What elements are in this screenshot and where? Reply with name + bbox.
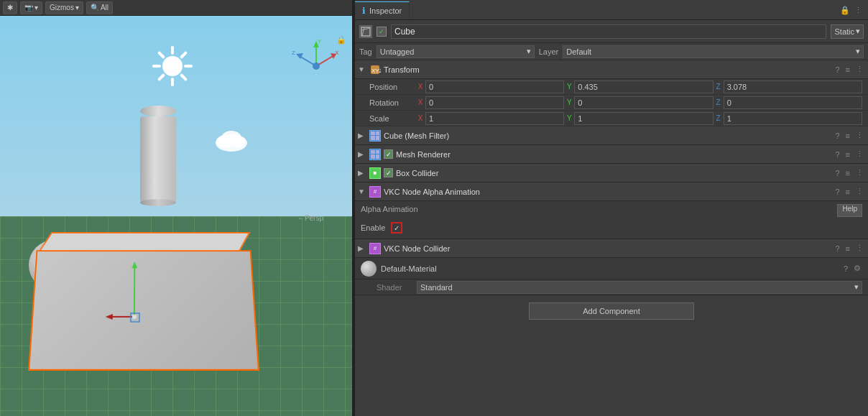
ry-axis-label: Y xyxy=(564,98,574,106)
vkc-collider-actions: ? ≡ ⋮ xyxy=(834,244,865,253)
material-preview xyxy=(361,261,377,277)
material-row: Default-Material ? ⚙ xyxy=(355,258,868,279)
scale-y-input[interactable] xyxy=(574,112,713,125)
scale-x-input[interactable] xyxy=(425,112,564,125)
inspector-tab[interactable]: ℹ Inspector xyxy=(355,1,410,19)
svg-line-31 xyxy=(362,27,364,36)
svg-text:Y: Y xyxy=(318,38,322,45)
inspector-content: ✓ Static ▾ Tag Untagged ▾ Layer Default xyxy=(355,20,868,416)
scale-z-input[interactable] xyxy=(724,112,862,125)
inspector-tab-icon: ℹ xyxy=(362,6,366,16)
lock-inspector-icon[interactable]: 🔒 xyxy=(840,6,850,15)
svg-rect-4 xyxy=(171,78,174,86)
material-help-btn[interactable]: ? xyxy=(842,264,849,273)
mesh-filter-settings-icon[interactable]: ≡ xyxy=(844,131,851,140)
shader-chevron-icon: ▾ xyxy=(854,282,859,292)
transform-actions: ? ≡ ⋮ xyxy=(834,65,865,74)
rotation-y-input[interactable] xyxy=(574,96,713,109)
mesh-renderer-enabled-checkbox[interactable]: ✓ xyxy=(384,149,393,159)
mesh-renderer-menu-icon[interactable]: ⋮ xyxy=(854,149,865,159)
mesh-renderer-header[interactable]: ▶ ✓ Mesh Renderer ? ≡ ⋮ xyxy=(355,145,868,164)
position-z-input[interactable] xyxy=(724,80,862,93)
inspector-top-right-icons: 🔒 ⋮ xyxy=(840,1,868,19)
viewport-canvas[interactable]: Y X Z xyxy=(0,16,352,416)
transform-menu-icon[interactable]: ⋮ xyxy=(854,65,865,74)
mesh-renderer-help-btn[interactable]: ? xyxy=(834,150,841,159)
sz-axis-label: Z xyxy=(714,114,724,122)
vkc-alpha-menu-icon[interactable]: ⋮ xyxy=(854,187,865,196)
object-type-icon xyxy=(359,25,372,38)
shader-dropdown[interactable]: Standard ▾ xyxy=(417,281,862,294)
enable-checkbox[interactable]: ✓ xyxy=(391,222,402,234)
layer-label: Layer xyxy=(539,47,559,56)
gizmos-button[interactable]: Gizmos ▾ xyxy=(45,1,83,14)
static-dropdown[interactable]: Static ▾ xyxy=(831,24,864,39)
rotation-x-field: X xyxy=(415,96,564,109)
camera-icon: 📷 xyxy=(24,4,33,11)
rotation-z-field: Z xyxy=(714,96,862,109)
tools-button[interactable]: ✱ xyxy=(3,1,17,14)
vkc-collider-header[interactable]: ▶ # VKC Node Collider ? ≡ ⋮ xyxy=(355,239,868,258)
transform-gizmo xyxy=(101,258,167,335)
vkc-collider-help-btn[interactable]: ? xyxy=(834,244,841,253)
transform-chevron-icon: ▼ xyxy=(358,65,366,73)
vkc-collider-menu-icon[interactable]: ⋮ xyxy=(854,244,865,253)
search-button[interactable]: 🔍 All xyxy=(86,1,113,14)
menu-inspector-icon[interactable]: ⋮ xyxy=(854,6,862,15)
rotation-z-input[interactable] xyxy=(724,96,862,109)
rz-axis-label: Z xyxy=(714,98,724,106)
tag-label: Tag xyxy=(359,47,372,56)
svg-point-28 xyxy=(132,315,137,319)
transform-settings-icon[interactable]: ≡ xyxy=(844,65,851,74)
cloud-object xyxy=(212,127,251,154)
mesh-renderer-settings-icon[interactable]: ≡ xyxy=(844,150,851,159)
vkc-alpha-settings-icon[interactable]: ≡ xyxy=(844,188,851,196)
scale-x-field: X xyxy=(415,112,564,125)
tag-chevron-icon: ▾ xyxy=(527,47,531,56)
box-collider-help-btn[interactable]: ? xyxy=(834,169,841,177)
lock-icon: 🔒 xyxy=(336,35,346,45)
box-collider-settings-icon[interactable]: ≡ xyxy=(844,169,851,177)
object-name-field[interactable] xyxy=(391,24,826,39)
position-y-input[interactable] xyxy=(574,80,713,93)
tag-dropdown[interactable]: Untagged ▾ xyxy=(377,45,535,58)
scale-label: Scale xyxy=(369,114,412,123)
material-settings-icon[interactable]: ⚙ xyxy=(852,264,862,273)
object-enabled-checkbox[interactable]: ✓ xyxy=(377,27,387,37)
cube-object: Spawn Point xyxy=(28,250,259,371)
box-collider-menu-icon[interactable]: ⋮ xyxy=(854,168,865,177)
vkc-collider-title: VKC Node Collider xyxy=(384,244,831,253)
mesh-filter-menu-icon[interactable]: ⋮ xyxy=(854,131,865,140)
add-component-area: Add Component xyxy=(355,295,868,327)
position-z-field: Z xyxy=(714,80,862,93)
vkc-alpha-chevron-icon: ▼ xyxy=(358,188,366,195)
position-x-input[interactable] xyxy=(425,80,564,93)
transform-header[interactable]: ▼ XYZ Transform ? ≡ ⋮ xyxy=(355,60,868,79)
camera-button[interactable]: 📷 ▾ xyxy=(20,1,42,14)
perspective-label: ←Persp xyxy=(297,214,323,222)
vkc-collider-settings-icon[interactable]: ≡ xyxy=(844,244,851,253)
mesh-filter-header[interactable]: ▶ Cube (Mesh Filter) ? ≡ ⋮ xyxy=(355,126,868,145)
mesh-filter-chevron-icon: ▶ xyxy=(358,131,366,139)
scale-row: Scale X Y Z xyxy=(355,111,868,126)
z-axis-label: Z xyxy=(714,83,724,91)
transform-help-btn[interactable]: ? xyxy=(834,65,841,74)
vkc-alpha-help-btn[interactable]: ? xyxy=(834,188,841,196)
box-collider-header[interactable]: ▶ ■ ✓ Box Collider ? ≡ ⋮ xyxy=(355,164,868,182)
vkc-alpha-header[interactable]: ▼ # VKC Node Alpha Animation ? ≡ ⋮ xyxy=(355,182,868,201)
layer-dropdown[interactable]: Default ▾ xyxy=(563,45,864,58)
box-collider-enabled-checkbox[interactable]: ✓ xyxy=(384,168,393,177)
static-label: Static xyxy=(834,27,854,36)
mesh-filter-title: Cube (Mesh Filter) xyxy=(384,131,831,140)
add-component-button[interactable]: Add Component xyxy=(529,302,694,320)
rotation-x-input[interactable] xyxy=(425,96,564,109)
rotation-label: Rotation xyxy=(369,98,412,107)
layer-chevron-icon: ▾ xyxy=(856,47,860,56)
svg-point-22 xyxy=(221,131,241,145)
shader-value: Standard xyxy=(420,283,453,292)
orientation-gizmo: Y X Z xyxy=(287,37,345,95)
svg-text:Z: Z xyxy=(292,50,295,56)
alpha-help-button[interactable]: Help xyxy=(837,204,862,217)
sun-svg xyxy=(151,45,194,88)
mesh-filter-help-btn[interactable]: ? xyxy=(834,131,841,140)
